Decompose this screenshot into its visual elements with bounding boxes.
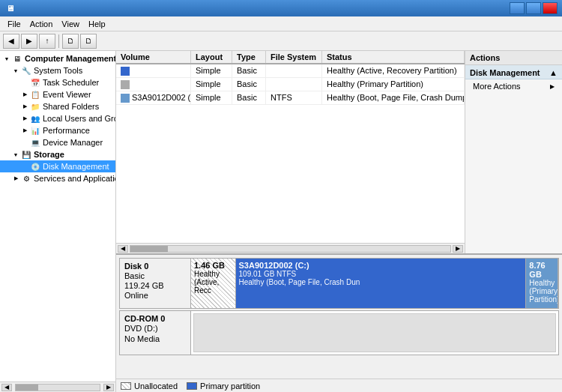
tree-expand-1[interactable]: ▼ [12,67,19,74]
action-group-label: Disk Management [470,68,540,77]
table-h-scrollbar[interactable]: ◀ ▶ [116,243,465,253]
menu-help[interactable]: Help [84,18,110,30]
minimize-button[interactable] [510,2,525,14]
tree-expand-4[interactable]: ▶ [21,103,28,110]
tree-item-1[interactable]: ▼🔧System Tools [0,64,115,76]
tree-icon-7: 💻 [30,137,40,148]
unallocated-label: Unallocated [134,382,178,391]
tree-expand-8[interactable]: ▼ [12,151,19,158]
partition-0-1[interactable]: 1.46 GB Healthy (Active, Recc [191,259,236,308]
disk-rows: Disk 0 Basic 119.24 GB Online 1.46 GB He… [116,255,562,379]
disk-row-0: Disk 0 Basic 119.24 GB Online 1.46 GB He… [119,258,559,309]
tree-item-7[interactable]: 💻Device Manager [0,136,115,148]
p02-size: 109.01 GB NTFS [239,270,523,278]
back-button[interactable]: ◀ [3,34,19,49]
table-body: SimpleBasicHealthy (Active, Recovery Par… [116,64,465,243]
actions-panel: Actions Disk Management ▲ More Actions ▶ [465,51,562,253]
more-actions-label: More Actions [473,82,521,91]
action-group-disk-mgmt: Disk Management ▲ [465,65,562,79]
cdrom-media: No Media [124,334,186,343]
table-row-0[interactable]: SimpleBasicHealthy (Active, Recovery Par… [116,64,465,78]
main-layout: ▼🖥Computer Management (Local▼🔧System Too… [0,51,562,392]
disk-0-partitions: 1.46 GB Healthy (Active, Recc S3A9012D00… [191,259,558,308]
title-bar: 🖥 [0,0,562,16]
tree-icon-4: 📁 [30,101,40,112]
p01-size: 1.46 GB [194,261,232,270]
tree-label-7: Device Manager [43,138,103,147]
disk-0-status: Online [124,291,186,300]
tree-item-4[interactable]: ▶📁Shared Folders [0,100,115,112]
scroll-right-table[interactable]: ▶ [453,245,463,253]
tree-item-3[interactable]: ▶📋Event Viewer [0,88,115,100]
tree-expand-10[interactable]: ▶ [12,175,19,182]
col-volume: Volume [116,51,191,63]
up-button[interactable]: ↑ [39,34,55,49]
tree-label-6: Performance [43,126,90,135]
scroll-left-table[interactable]: ◀ [118,245,128,253]
tree-icon-0: 🖥 [12,53,22,64]
td-fs-1 [266,78,322,91]
tree-label-3: Event Viewer [43,90,91,99]
tree-item-5[interactable]: ▶👥Local Users and Groups [0,112,115,124]
tree-icon-9: 💿 [30,161,40,172]
tree-item-6[interactable]: ▶📊Performance [0,124,115,136]
menu-action[interactable]: Action [25,18,58,30]
tree-item-2[interactable]: 📅Task Scheduler [0,76,115,88]
color-block-2 [121,94,130,103]
more-actions-arrow: ▶ [550,83,555,90]
tree-icon-10: ⚙ [21,173,31,184]
window-controls [510,2,558,14]
tree-expand-6[interactable]: ▶ [21,127,28,134]
toolbar-separator [58,34,59,48]
scroll-thumb [16,385,38,391]
tree-item-10[interactable]: ▶⚙Services and Applications [0,172,115,184]
menu-file[interactable]: File [3,18,25,30]
forward-button[interactable]: ▶ [21,34,37,49]
primary-label: Primary partition [200,382,260,391]
tree-expand-2 [21,79,28,86]
right-panel: Volume Layout Type File System Status Si… [116,51,562,392]
tree-item-9[interactable]: 💿Disk Management [0,160,115,172]
tree-label-1: System Tools [34,66,82,75]
tree-icon-1: 🔧 [21,65,31,76]
properties-button[interactable]: 🗋 [80,34,97,49]
menu-view[interactable]: View [57,18,84,30]
col-status: Status [322,51,465,63]
td-type-2: Basic [232,91,266,104]
disk-legend: Unallocated Primary partition [116,379,562,392]
actions-header: Actions [465,51,562,65]
tree-item-0[interactable]: ▼🖥Computer Management (Local [0,52,115,64]
bottom-disk-area: Disk 0 Basic 119.24 GB Online 1.46 GB He… [116,253,562,392]
action-group-arrow: ▲ [549,68,558,77]
close-button[interactable] [543,2,558,14]
tree-expand-0[interactable]: ▼ [3,55,10,62]
maximize-button[interactable] [526,2,541,14]
scroll-right-btn[interactable]: ▶ [103,384,114,391]
col-layout: Layout [191,51,232,63]
partition-0-3[interactable]: 8.76 GB Healthy (Primary Partition) [526,259,558,308]
cdrom-name: CD-ROM 0 [124,314,186,323]
tree-item-8[interactable]: ▼💾Storage [0,148,115,160]
tree-expand-5[interactable]: ▶ [21,115,28,122]
more-actions-item[interactable]: More Actions ▶ [465,79,562,93]
cdrom-empty [193,313,556,352]
tree-label-8: Storage [34,150,64,159]
td-status-2: Healthy (Boot, Page File, Crash Dump, Pr… [322,91,465,104]
partition-0-2[interactable]: S3A9012D002 (C:) 109.01 GB NTFS Healthy … [236,259,527,308]
show-hide-button[interactable]: 🗋 [62,34,79,49]
col-type: Type [232,51,266,63]
tree-label-10: Services and Applications [34,174,115,183]
col-filesystem: File System [266,51,322,63]
tree-expand-7 [21,139,28,146]
disk-table: Volume Layout Type File System Status Si… [116,51,465,253]
tree-icon-2: 📅 [30,77,40,88]
table-row-2[interactable]: S3A9012D002 (C:)SimpleBasicNTFSHealthy (… [116,91,465,105]
td-volume-0 [116,64,191,77]
td-layout-2: Simple [191,91,232,104]
tree-expand-3[interactable]: ▶ [21,91,28,98]
table-header: Volume Layout Type File System Status [116,51,465,64]
td-status-0: Healthy (Active, Recovery Partition) [322,64,465,77]
table-row-1[interactable]: SimpleBasicHealthy (Primary Partition) [116,78,465,91]
color-block-1 [121,80,130,89]
scroll-left-btn[interactable]: ◀ [1,384,12,391]
